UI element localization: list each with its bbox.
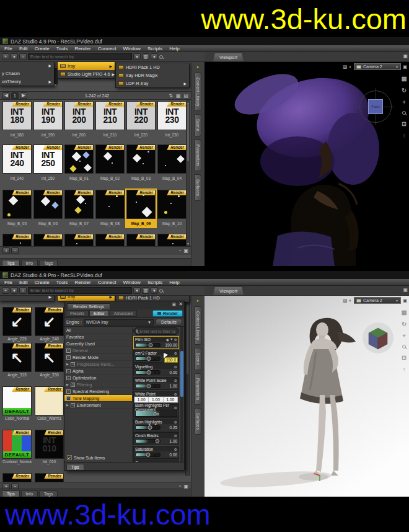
menu-file[interactable]: File xyxy=(4,280,12,285)
thumbnail[interactable]: Render xyxy=(35,473,64,482)
bucket-dropdown-icon[interactable]: ▾ xyxy=(151,53,158,60)
list-view-icon[interactable]: ▤ xyxy=(183,93,188,99)
aspect-frame-icon[interactable]: ▨ xyxy=(343,64,347,69)
lock-icon[interactable]: ▣ xyxy=(183,248,188,254)
engine-selector[interactable]: NVIDIA Iray ▼ xyxy=(84,319,154,326)
gear-icon[interactable]: ⚙ xyxy=(174,392,177,396)
menu-scripts[interactable]: Scripts xyxy=(147,280,162,285)
thumbnail-map_b_07[interactable]: Render xyxy=(64,190,94,219)
side-tab-parameters[interactable]: Parameters xyxy=(195,373,201,405)
frame-icon[interactable]: ⊡ xyxy=(402,355,407,360)
tab-info[interactable]: Info xyxy=(21,490,38,497)
category-currently-used[interactable]: Currently Used xyxy=(64,340,132,347)
menu-item-ldp-r-iray[interactable]: LDP-R-Iray▶ xyxy=(116,79,189,87)
zoom-icon[interactable] xyxy=(402,111,406,115)
menu-render[interactable]: Render xyxy=(74,46,90,51)
add-item-button[interactable]: + xyxy=(2,247,10,254)
category-favorites[interactable]: Favorites xyxy=(64,334,132,340)
thumbnail-angle_240[interactable]: ↙Render xyxy=(35,307,64,336)
undock-arrow-icon[interactable]: ▸ xyxy=(197,64,200,69)
category-render-mode[interactable]: GRender Mode xyxy=(64,354,132,361)
camera-selector[interactable]: Camera 2 ▼ xyxy=(354,63,401,70)
menu-file[interactable]: File xyxy=(4,46,12,51)
frame-icon[interactable]: ⊡ xyxy=(402,121,407,126)
category-progressive-rend-[interactable]: ▶GProgressive Rend... xyxy=(64,361,132,368)
thumbnail-contrast_normal[interactable]: DEFAULTRender xyxy=(2,430,32,459)
side-tab-content-library[interactable]: Content Library xyxy=(195,73,201,111)
orbit-icon[interactable]: ↻ xyxy=(402,87,407,93)
camera-selector[interactable]: Camera 2 ▼ xyxy=(354,297,401,304)
thumbnail-map_b_05[interactable]: Render xyxy=(2,190,32,219)
page-prev-button[interactable]: ◀ xyxy=(2,92,10,99)
menu-create[interactable]: Create xyxy=(35,46,50,51)
thumbnail-map_b_08[interactable]: Render xyxy=(95,190,125,219)
thumbnail[interactable]: Render xyxy=(2,473,32,482)
aim-icon[interactable]: ↑ xyxy=(403,133,406,138)
slider-knob[interactable] xyxy=(147,357,151,361)
thumbnail-int_210[interactable]: INT210Render xyxy=(95,101,125,130)
thumbnail-angle_225[interactable]: ↙Render xyxy=(2,307,32,336)
orbit-icon[interactable]: ↻ xyxy=(402,321,407,327)
param-slider[interactable]: 0.00 xyxy=(134,451,178,458)
close-icon[interactable]: ✕ xyxy=(178,301,183,307)
side-tab-parameters[interactable]: Parameters xyxy=(195,140,201,171)
params-scrollbar[interactable] xyxy=(180,327,183,462)
slider-track[interactable] xyxy=(135,357,161,361)
render-button[interactable]: Render xyxy=(152,310,183,317)
slider-knob[interactable] xyxy=(147,370,151,375)
search-input[interactable] xyxy=(28,53,132,60)
param-crush-blacks[interactable]: Crush Blacks⚙1.00 xyxy=(133,432,179,445)
pane-menu-icon[interactable]: ▣ xyxy=(403,53,408,59)
tab-viewport[interactable]: Viewport xyxy=(213,287,244,295)
gear-icon[interactable]: ⚙ xyxy=(174,433,177,438)
tab-presets[interactable]: Presets xyxy=(66,310,89,317)
thumbnail[interactable]: Render xyxy=(33,234,63,246)
aspect-frame-icon[interactable]: ▨ xyxy=(343,298,347,303)
favorite-heart-icon[interactable]: ♥ xyxy=(170,337,173,342)
menu-item-y-chasm[interactable]: y Chasm xyxy=(0,69,54,78)
remove-item-button[interactable]: − xyxy=(11,247,19,254)
tab-tags[interactable]: Tags xyxy=(39,490,58,497)
thumbnail-int_240[interactable]: INT240Render xyxy=(2,144,32,174)
thumbnail-map_b_06[interactable]: Render xyxy=(33,190,63,219)
undock-arrow-icon[interactable]: ▸ xyxy=(197,298,200,303)
menu-item-hdri-pack-1-hd[interactable]: HDRI Pack 1 HD xyxy=(116,63,189,71)
grid-view-icon[interactable]: ▦ xyxy=(176,93,181,99)
thumbnail-map_b_09[interactable]: Render xyxy=(126,190,156,219)
thumbnail-int_200[interactable]: INT200Render xyxy=(64,101,94,130)
thumbnail[interactable]: Render xyxy=(157,234,187,246)
gear-icon[interactable]: ⚙ xyxy=(174,406,177,410)
category-general[interactable]: GGeneral xyxy=(64,347,132,354)
side-tab-scene[interactable]: Scene xyxy=(195,348,201,370)
root-button[interactable]: ⌂ xyxy=(19,53,27,60)
bucket-icon[interactable]: ▥ xyxy=(142,287,149,294)
category-environment[interactable]: ▶GEnvironment xyxy=(64,402,132,409)
viewport-options-icon[interactable]: ▣ xyxy=(403,298,407,303)
thumbnail-map_b_04[interactable]: Render xyxy=(157,144,187,174)
menu-window[interactable]: Window xyxy=(123,46,140,51)
thumbnail-int_010[interactable]: INT010Render xyxy=(35,430,64,459)
viewport-3d[interactable]: ▨ ◐ Camera 2 ▼ ▣ ▦↻+⊡↑ xyxy=(205,296,409,497)
thumbnail-angle_315[interactable]: ↖Render xyxy=(2,343,32,372)
gear-icon[interactable]: ⚙ xyxy=(174,420,177,424)
checkbox-checked-icon[interactable]: ✔ xyxy=(67,455,72,460)
thumbnail-color_warm1[interactable]: Render xyxy=(35,386,64,415)
thumbnail[interactable]: Render xyxy=(95,234,125,246)
tab-viewport[interactable]: Viewport xyxy=(213,53,244,61)
thumbnail-color_normal[interactable]: DEFAULTRender xyxy=(2,386,32,415)
slider-knob[interactable] xyxy=(147,384,151,388)
menu-tools[interactable]: Tools xyxy=(56,280,68,285)
aim-icon[interactable]: ↑ xyxy=(403,366,406,372)
page-next-button[interactable]: ▶ xyxy=(20,92,27,99)
menu-connect[interactable]: Connect xyxy=(98,46,117,51)
param-burn-highlights[interactable]: Burn Highlights⚙0.25 xyxy=(133,419,179,432)
param-slider[interactable]: 0.25 xyxy=(134,424,178,431)
param-slider[interactable]: 1.00 xyxy=(134,438,178,445)
param-burn-highlights-per-component[interactable]: Burn Highlights Per Component⚙On xyxy=(133,404,179,418)
menu-scripts[interactable]: Scripts xyxy=(147,46,162,51)
menu-item-iray[interactable]: Iray▶ xyxy=(58,296,115,301)
tab-tags[interactable]: Tags xyxy=(39,260,58,266)
slider-knob[interactable] xyxy=(147,425,152,430)
slider-knob[interactable] xyxy=(149,343,153,347)
back-button[interactable]: ▾ xyxy=(11,287,18,294)
